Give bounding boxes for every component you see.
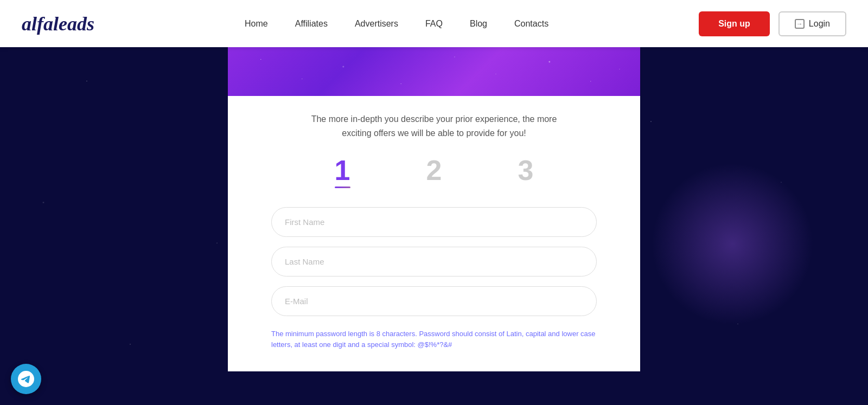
- header-actions: Sign up → Login: [699, 11, 846, 36]
- nav-faq[interactable]: FAQ: [425, 19, 443, 29]
- telegram-button[interactable]: [11, 364, 41, 394]
- step-2: 2: [426, 156, 442, 188]
- telegram-icon: [18, 371, 34, 387]
- login-button[interactable]: → Login: [778, 11, 846, 36]
- password-hint: The minimum password length is 8 charact…: [271, 329, 597, 350]
- step-indicators: 1 2 3: [271, 156, 597, 188]
- step-3: 3: [518, 156, 533, 188]
- nav-affiliates[interactable]: Affiliates: [295, 19, 328, 29]
- step-1-number: 1: [335, 156, 350, 184]
- nav-blog[interactable]: Blog: [470, 19, 487, 29]
- registration-form-card: The more in-depth you describe your prio…: [228, 47, 640, 371]
- nav-home[interactable]: Home: [245, 19, 268, 29]
- step-3-number: 3: [518, 156, 533, 184]
- main-content: The more in-depth you describe your prio…: [0, 47, 868, 405]
- tagline-line2: exciting offers we will be able to provi…: [342, 128, 526, 138]
- nav-contacts[interactable]: Contacts: [514, 19, 548, 29]
- tagline-line1: The more in-depth you describe your prio…: [311, 114, 557, 124]
- last-name-input[interactable]: [271, 247, 597, 277]
- step-1: 1: [335, 156, 350, 188]
- step-2-number: 2: [426, 156, 442, 184]
- navigation: Home Affiliates Advertisers FAQ Blog Con…: [245, 19, 548, 29]
- header: alfaleads Home Affiliates Advertisers FA…: [0, 0, 868, 47]
- email-input[interactable]: [271, 286, 597, 316]
- logo[interactable]: alfaleads: [22, 14, 94, 34]
- logo-text: alfaleads: [22, 14, 94, 34]
- signup-button[interactable]: Sign up: [699, 11, 770, 36]
- nav-advertisers[interactable]: Advertisers: [355, 19, 398, 29]
- login-label: Login: [809, 19, 830, 29]
- form-header-bg: [228, 47, 640, 96]
- step-1-underline: [335, 187, 350, 188]
- first-name-input[interactable]: [271, 207, 597, 237]
- form-tagline: The more in-depth you describe your prio…: [271, 112, 597, 140]
- login-icon: →: [795, 19, 805, 29]
